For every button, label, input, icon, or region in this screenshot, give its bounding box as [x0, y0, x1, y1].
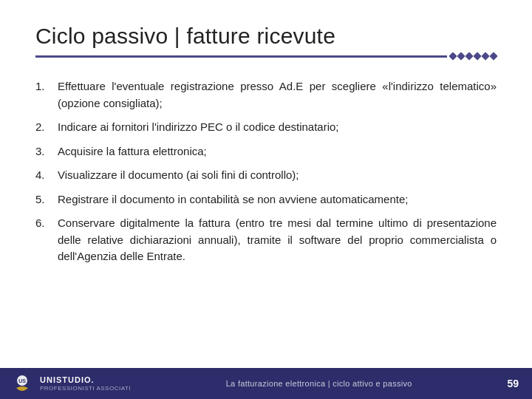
footer-page: 59	[507, 378, 519, 389]
dot-5	[481, 52, 489, 60]
footer-logo: US UNISTUDIO. PROFESSIONISTI ASSOCIATI	[10, 372, 131, 395]
list-number: 4.	[35, 167, 58, 184]
list-text: Acquisire la fattura elettronica;	[58, 143, 497, 160]
list-item: 2. Indicare ai fornitori l'indirizzo PEC…	[35, 119, 497, 136]
logo-subtitle: PROFESSIONISTI ASSOCIATI	[40, 385, 131, 392]
list-item: 6. Conservare digitalmente la fattura (e…	[35, 215, 497, 265]
title-bar: Ciclo passivo | fatture ricevute	[35, 24, 497, 49]
list-text: Effettuare l'eventuale registrazione pre…	[58, 78, 497, 112]
footer-label: La fatturazione elettronica | ciclo atti…	[226, 379, 412, 388]
list-number: 2.	[35, 119, 58, 136]
list-number: 5.	[35, 191, 58, 208]
list-item: 1. Effettuare l'eventuale registrazione …	[35, 78, 497, 112]
list-number: 6.	[35, 215, 58, 232]
list-number: 1.	[35, 78, 58, 95]
dot-4	[473, 52, 481, 60]
slide: Ciclo passivo | fatture ricevute 1. Effe…	[0, 0, 532, 399]
list-text: Conservare digitalmente la fattura (entr…	[58, 215, 497, 265]
footer: US UNISTUDIO. PROFESSIONISTI ASSOCIATI L…	[0, 368, 532, 399]
dot-6	[489, 52, 497, 60]
dot-2	[457, 52, 465, 60]
list-number: 3.	[35, 143, 58, 160]
list-text: Registrare il documento in contabilità s…	[58, 191, 497, 208]
page-title: Ciclo passivo | fatture ricevute	[35, 24, 335, 49]
content-list: 1. Effettuare l'eventuale registrazione …	[35, 78, 497, 265]
svg-text:US: US	[18, 378, 26, 383]
list-text: Indicare ai fornitori l'indirizzo PEC o …	[58, 119, 497, 136]
list-item: 4. Visualizzare il documento (ai soli fi…	[35, 167, 497, 184]
dot-1	[449, 52, 457, 60]
dot-3	[465, 52, 473, 60]
list-item: 3. Acquisire la fattura elettronica;	[35, 143, 497, 160]
underline-dots	[450, 53, 497, 59]
underline-solid	[35, 55, 447, 58]
list-text: Visualizzare il documento (ai soli fini …	[58, 167, 497, 184]
title-underline	[35, 53, 497, 59]
logo-text: UNISTUDIO.	[40, 375, 131, 385]
logo-icon: US	[10, 372, 34, 395]
list-item: 5. Registrare il documento in contabilit…	[35, 191, 497, 208]
